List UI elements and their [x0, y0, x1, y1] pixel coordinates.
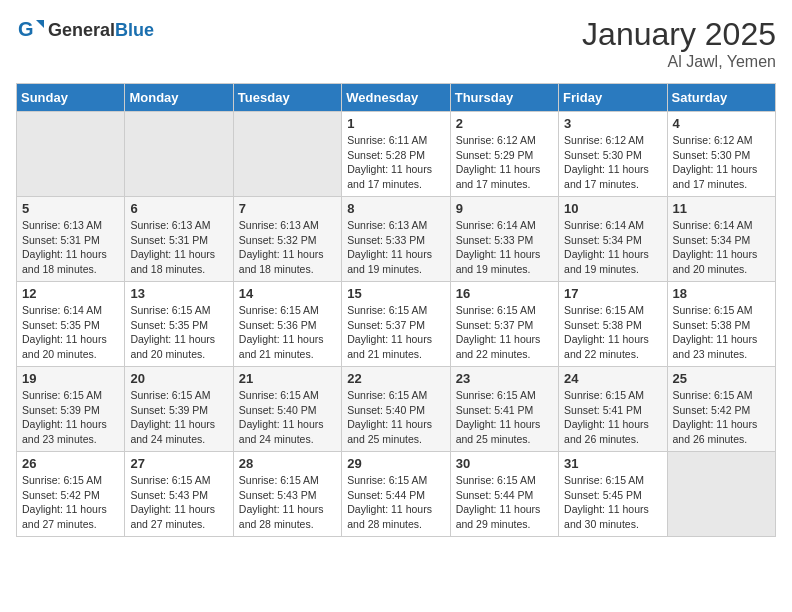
calendar-cell: 7Sunrise: 6:13 AM Sunset: 5:32 PM Daylig… [233, 197, 341, 282]
svg-marker-1 [36, 20, 44, 28]
day-number: 11 [673, 201, 770, 216]
logo-text-general: General [48, 20, 115, 41]
cell-detail: Sunrise: 6:15 AM Sunset: 5:40 PM Dayligh… [347, 388, 444, 447]
weekday-header-tuesday: Tuesday [233, 84, 341, 112]
cell-detail: Sunrise: 6:15 AM Sunset: 5:45 PM Dayligh… [564, 473, 661, 532]
day-number: 7 [239, 201, 336, 216]
day-number: 28 [239, 456, 336, 471]
cell-detail: Sunrise: 6:13 AM Sunset: 5:33 PM Dayligh… [347, 218, 444, 277]
cell-detail: Sunrise: 6:15 AM Sunset: 5:37 PM Dayligh… [456, 303, 553, 362]
day-number: 2 [456, 116, 553, 131]
logo-text-blue: Blue [115, 20, 154, 41]
day-number: 20 [130, 371, 227, 386]
calendar-cell: 19Sunrise: 6:15 AM Sunset: 5:39 PM Dayli… [17, 367, 125, 452]
cell-detail: Sunrise: 6:14 AM Sunset: 5:34 PM Dayligh… [564, 218, 661, 277]
cell-detail: Sunrise: 6:15 AM Sunset: 5:38 PM Dayligh… [564, 303, 661, 362]
month-year: January 2025 [582, 16, 776, 53]
day-number: 1 [347, 116, 444, 131]
weekday-header-monday: Monday [125, 84, 233, 112]
calendar-cell [125, 112, 233, 197]
cell-detail: Sunrise: 6:14 AM Sunset: 5:35 PM Dayligh… [22, 303, 119, 362]
cell-detail: Sunrise: 6:12 AM Sunset: 5:29 PM Dayligh… [456, 133, 553, 192]
cell-detail: Sunrise: 6:15 AM Sunset: 5:43 PM Dayligh… [130, 473, 227, 532]
calendar-cell: 21Sunrise: 6:15 AM Sunset: 5:40 PM Dayli… [233, 367, 341, 452]
day-number: 24 [564, 371, 661, 386]
day-number: 8 [347, 201, 444, 216]
calendar-cell: 10Sunrise: 6:14 AM Sunset: 5:34 PM Dayli… [559, 197, 667, 282]
location: Al Jawl, Yemen [582, 53, 776, 71]
day-number: 22 [347, 371, 444, 386]
cell-detail: Sunrise: 6:13 AM Sunset: 5:31 PM Dayligh… [22, 218, 119, 277]
cell-detail: Sunrise: 6:15 AM Sunset: 5:39 PM Dayligh… [22, 388, 119, 447]
cell-detail: Sunrise: 6:15 AM Sunset: 5:42 PM Dayligh… [673, 388, 770, 447]
day-number: 12 [22, 286, 119, 301]
calendar-cell: 16Sunrise: 6:15 AM Sunset: 5:37 PM Dayli… [450, 282, 558, 367]
calendar-week-row: 5Sunrise: 6:13 AM Sunset: 5:31 PM Daylig… [17, 197, 776, 282]
cell-detail: Sunrise: 6:14 AM Sunset: 5:34 PM Dayligh… [673, 218, 770, 277]
svg-text:G: G [18, 18, 34, 40]
day-number: 14 [239, 286, 336, 301]
cell-detail: Sunrise: 6:15 AM Sunset: 5:38 PM Dayligh… [673, 303, 770, 362]
day-number: 26 [22, 456, 119, 471]
cell-detail: Sunrise: 6:15 AM Sunset: 5:40 PM Dayligh… [239, 388, 336, 447]
calendar-cell: 25Sunrise: 6:15 AM Sunset: 5:42 PM Dayli… [667, 367, 775, 452]
calendar-cell: 27Sunrise: 6:15 AM Sunset: 5:43 PM Dayli… [125, 452, 233, 537]
cell-detail: Sunrise: 6:12 AM Sunset: 5:30 PM Dayligh… [564, 133, 661, 192]
calendar-cell: 24Sunrise: 6:15 AM Sunset: 5:41 PM Dayli… [559, 367, 667, 452]
cell-detail: Sunrise: 6:15 AM Sunset: 5:41 PM Dayligh… [456, 388, 553, 447]
day-number: 17 [564, 286, 661, 301]
cell-detail: Sunrise: 6:15 AM Sunset: 5:41 PM Dayligh… [564, 388, 661, 447]
cell-detail: Sunrise: 6:15 AM Sunset: 5:39 PM Dayligh… [130, 388, 227, 447]
day-number: 23 [456, 371, 553, 386]
cell-detail: Sunrise: 6:15 AM Sunset: 5:37 PM Dayligh… [347, 303, 444, 362]
day-number: 25 [673, 371, 770, 386]
logo-icon: G [16, 16, 44, 44]
calendar-cell: 31Sunrise: 6:15 AM Sunset: 5:45 PM Dayli… [559, 452, 667, 537]
weekday-header-row: SundayMondayTuesdayWednesdayThursdayFrid… [17, 84, 776, 112]
cell-detail: Sunrise: 6:15 AM Sunset: 5:42 PM Dayligh… [22, 473, 119, 532]
calendar-week-row: 12Sunrise: 6:14 AM Sunset: 5:35 PM Dayli… [17, 282, 776, 367]
calendar-cell: 14Sunrise: 6:15 AM Sunset: 5:36 PM Dayli… [233, 282, 341, 367]
calendar-cell: 4Sunrise: 6:12 AM Sunset: 5:30 PM Daylig… [667, 112, 775, 197]
calendar-cell: 12Sunrise: 6:14 AM Sunset: 5:35 PM Dayli… [17, 282, 125, 367]
day-number: 3 [564, 116, 661, 131]
weekday-header-friday: Friday [559, 84, 667, 112]
calendar-cell: 29Sunrise: 6:15 AM Sunset: 5:44 PM Dayli… [342, 452, 450, 537]
calendar-cell: 17Sunrise: 6:15 AM Sunset: 5:38 PM Dayli… [559, 282, 667, 367]
calendar-cell [667, 452, 775, 537]
weekday-header-thursday: Thursday [450, 84, 558, 112]
cell-detail: Sunrise: 6:13 AM Sunset: 5:32 PM Dayligh… [239, 218, 336, 277]
calendar-cell: 6Sunrise: 6:13 AM Sunset: 5:31 PM Daylig… [125, 197, 233, 282]
calendar-cell: 1Sunrise: 6:11 AM Sunset: 5:28 PM Daylig… [342, 112, 450, 197]
calendar-cell: 26Sunrise: 6:15 AM Sunset: 5:42 PM Dayli… [17, 452, 125, 537]
calendar-cell: 2Sunrise: 6:12 AM Sunset: 5:29 PM Daylig… [450, 112, 558, 197]
calendar-cell: 13Sunrise: 6:15 AM Sunset: 5:35 PM Dayli… [125, 282, 233, 367]
cell-detail: Sunrise: 6:14 AM Sunset: 5:33 PM Dayligh… [456, 218, 553, 277]
day-number: 16 [456, 286, 553, 301]
cell-detail: Sunrise: 6:15 AM Sunset: 5:44 PM Dayligh… [347, 473, 444, 532]
day-number: 13 [130, 286, 227, 301]
calendar-cell: 3Sunrise: 6:12 AM Sunset: 5:30 PM Daylig… [559, 112, 667, 197]
day-number: 5 [22, 201, 119, 216]
weekday-header-wednesday: Wednesday [342, 84, 450, 112]
day-number: 9 [456, 201, 553, 216]
calendar-cell: 20Sunrise: 6:15 AM Sunset: 5:39 PM Dayli… [125, 367, 233, 452]
logo: G GeneralBlue [16, 16, 154, 44]
day-number: 19 [22, 371, 119, 386]
calendar-cell: 30Sunrise: 6:15 AM Sunset: 5:44 PM Dayli… [450, 452, 558, 537]
day-number: 6 [130, 201, 227, 216]
calendar-cell: 5Sunrise: 6:13 AM Sunset: 5:31 PM Daylig… [17, 197, 125, 282]
cell-detail: Sunrise: 6:11 AM Sunset: 5:28 PM Dayligh… [347, 133, 444, 192]
cell-detail: Sunrise: 6:15 AM Sunset: 5:43 PM Dayligh… [239, 473, 336, 532]
weekday-header-sunday: Sunday [17, 84, 125, 112]
calendar-week-row: 26Sunrise: 6:15 AM Sunset: 5:42 PM Dayli… [17, 452, 776, 537]
cell-detail: Sunrise: 6:15 AM Sunset: 5:35 PM Dayligh… [130, 303, 227, 362]
day-number: 31 [564, 456, 661, 471]
day-number: 4 [673, 116, 770, 131]
calendar-cell: 23Sunrise: 6:15 AM Sunset: 5:41 PM Dayli… [450, 367, 558, 452]
cell-detail: Sunrise: 6:13 AM Sunset: 5:31 PM Dayligh… [130, 218, 227, 277]
calendar-cell: 28Sunrise: 6:15 AM Sunset: 5:43 PM Dayli… [233, 452, 341, 537]
calendar-cell: 15Sunrise: 6:15 AM Sunset: 5:37 PM Dayli… [342, 282, 450, 367]
calendar-week-row: 1Sunrise: 6:11 AM Sunset: 5:28 PM Daylig… [17, 112, 776, 197]
calendar-cell [233, 112, 341, 197]
